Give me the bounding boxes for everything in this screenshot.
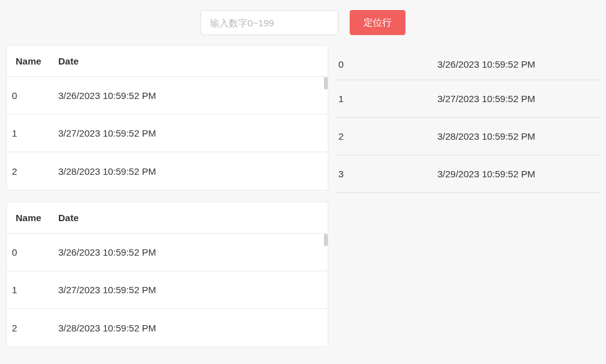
cell-name: 1 — [7, 284, 57, 295]
col-header-date: Date — [57, 212, 328, 223]
table-row[interactable]: 0 3/26/2023 10:59:52 PM — [7, 234, 328, 271]
cell-date: 3/27/2023 10:59:52 PM — [57, 128, 328, 138]
table-row[interactable]: 1 3/27/2023 10:59:52 PM — [336, 80, 600, 118]
table-row[interactable]: 0 3/26/2023 10:59:52 PM — [336, 45, 600, 80]
scrollbar-thumb[interactable] — [324, 77, 328, 90]
cell-date: 3/28/2023 10:59:52 PM — [57, 166, 328, 177]
cell-name: 3 — [336, 169, 437, 179]
cell-name: 0 — [7, 247, 57, 257]
cell-name: 1 — [7, 128, 57, 138]
cell-name: 0 — [7, 90, 57, 101]
content-area: Name Date 0 3/26/2023 10:59:52 PM 1 3/27… — [0, 45, 606, 347]
table-b: Name Date 0 3/26/2023 10:59:52 PM 1 3/27… — [6, 202, 328, 347]
right-column: 0 3/26/2023 10:59:52 PM 1 3/27/2023 10:5… — [336, 45, 600, 347]
table-c: 0 3/26/2023 10:59:52 PM 1 3/27/2023 10:5… — [336, 45, 600, 193]
col-header-date: Date — [57, 56, 328, 66]
cell-name: 2 — [336, 131, 437, 142]
cell-date: 3/26/2023 10:59:52 PM — [437, 59, 600, 70]
col-header-name: Name — [7, 56, 57, 66]
cell-name: 0 — [336, 59, 437, 70]
cell-date: 3/27/2023 10:59:52 PM — [437, 93, 600, 104]
table-a-header-row: Name Date — [7, 46, 328, 77]
topbar: 定位行 — [0, 0, 606, 45]
cell-date: 3/29/2023 10:59:52 PM — [437, 169, 600, 179]
table-row[interactable]: 2 3/28/2023 10:59:52 PM — [7, 309, 328, 346]
scrollbar-thumb[interactable] — [324, 234, 328, 246]
cell-date: 3/27/2023 10:59:52 PM — [57, 284, 328, 295]
table-row[interactable]: 2 3/28/2023 10:59:52 PM — [336, 118, 600, 155]
cell-date: 3/28/2023 10:59:52 PM — [437, 131, 600, 142]
table-row[interactable]: 3 3/29/2023 10:59:52 PM — [336, 155, 600, 193]
row-number-input[interactable] — [201, 10, 338, 35]
table-row[interactable]: 1 3/27/2023 10:59:52 PM — [7, 115, 328, 152]
table-a: Name Date 0 3/26/2023 10:59:52 PM 1 3/27… — [6, 45, 328, 190]
cell-date: 3/28/2023 10:59:52 PM — [57, 323, 328, 333]
cell-name: 2 — [7, 323, 57, 333]
table-row[interactable]: 1 3/27/2023 10:59:52 PM — [7, 271, 328, 309]
table-row[interactable]: 2 3/28/2023 10:59:52 PM — [7, 152, 328, 190]
table-row[interactable]: 0 3/26/2023 10:59:52 PM — [7, 77, 328, 115]
left-column: Name Date 0 3/26/2023 10:59:52 PM 1 3/27… — [6, 45, 328, 347]
cell-date: 3/26/2023 10:59:52 PM — [57, 90, 328, 101]
col-header-name: Name — [7, 212, 57, 223]
cell-date: 3/26/2023 10:59:52 PM — [57, 247, 328, 257]
cell-name: 2 — [7, 166, 57, 177]
cell-name: 1 — [336, 93, 437, 104]
table-b-header-row: Name Date — [7, 202, 328, 234]
locate-row-button[interactable]: 定位行 — [350, 10, 405, 35]
